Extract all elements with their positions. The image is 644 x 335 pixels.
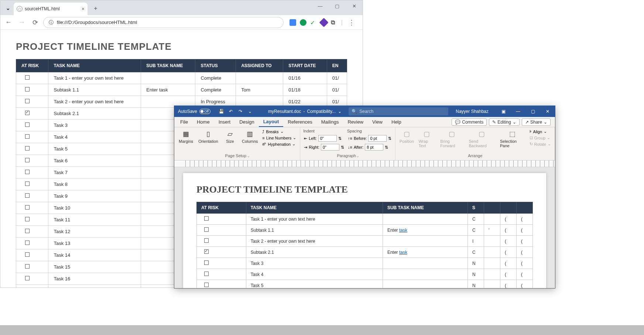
checkbox[interactable] [204, 249, 209, 254]
column-header: SUB TASK NAME [383, 202, 467, 214]
menu-icon[interactable]: ⋮ [346, 17, 357, 28]
tab-design[interactable]: Design [235, 117, 258, 127]
checkbox[interactable] [25, 75, 30, 80]
tab-layout[interactable]: Layout [259, 117, 284, 127]
task-cell: Task 3 [48, 120, 141, 131]
checkbox[interactable] [25, 99, 30, 103]
checkbox[interactable] [25, 122, 30, 127]
tab-file[interactable]: File [176, 117, 192, 127]
margins-button[interactable]: ▦Margins [177, 129, 195, 144]
checkbox[interactable] [25, 229, 30, 233]
customize-icon[interactable]: ⌄ [246, 107, 254, 115]
checkbox[interactable] [25, 134, 30, 139]
ruler[interactable] [174, 160, 555, 167]
indent-left[interactable]: ⇤ Left: ⇅ [303, 135, 345, 142]
checkbox[interactable] [25, 87, 30, 91]
search-box[interactable]: 🔍 Search [349, 107, 448, 115]
indent-right[interactable]: ⇥ Right: ⇅ [303, 144, 345, 151]
share-button[interactable]: ↗ Share ⌄ [522, 118, 551, 126]
align-button[interactable]: ⊧ Align ⌄ [529, 129, 552, 134]
size-button[interactable]: ▱Size [222, 129, 238, 144]
minimize-button[interactable]: — [312, 0, 329, 11]
browser-tab[interactable]: ◌ sourceHTML.html × [14, 3, 88, 15]
close-button[interactable]: ✕ [346, 0, 363, 11]
checkbox[interactable] [204, 272, 209, 276]
extension-icon[interactable] [300, 19, 306, 26]
checkbox[interactable] [25, 193, 30, 198]
columns-button[interactable]: ▥Columns [240, 129, 259, 144]
hyphenation-button[interactable]: aᵇ Hyphenation ⌄ [261, 141, 297, 147]
tab-search-icon[interactable]: ⌄ [3, 3, 12, 12]
checkbox[interactable] [25, 205, 30, 210]
tab-review[interactable]: Review [343, 117, 368, 127]
checkbox[interactable] [204, 238, 209, 243]
task-cell: Task 2 - enter your own text here [246, 236, 383, 247]
reload-button[interactable]: ⟳ [30, 17, 40, 28]
tab-view[interactable]: View [368, 117, 387, 127]
spacing-before[interactable]: ↑≡ Before: ⇅ [347, 135, 392, 142]
address-bar[interactable]: ⓘ file:///D:/Groupdocs/sourceHTML.html [43, 17, 284, 28]
document-page: PROJECT TIMELINE TEMPLATE AT RISKTASK NA… [183, 173, 546, 288]
window-controls: ▣ — ▢ ✕ [496, 106, 555, 117]
line-numbers-button[interactable]: ≡ Line Numbers ⌄ [261, 135, 297, 141]
save-icon[interactable]: 💾 [217, 107, 225, 115]
column-header: SUB TASK NAME [141, 59, 195, 72]
undo-icon[interactable]: ↶ [227, 107, 235, 115]
new-tab-button[interactable]: + [90, 3, 101, 14]
checkbox[interactable] [25, 158, 30, 162]
checkbox[interactable] [25, 146, 30, 151]
status-cell: Complete [195, 72, 236, 84]
ribbon-tabs: FileHomeInsertDesignLayoutReferencesMail… [174, 117, 555, 127]
comments-button[interactable]: 💬 Comments [452, 118, 487, 126]
cell [484, 280, 500, 289]
checkbox[interactable] [25, 252, 30, 257]
forward-button[interactable]: → [17, 17, 27, 28]
checkbox[interactable] [25, 170, 30, 174]
extensions-icon[interactable]: ⧉ [331, 19, 338, 26]
checkbox[interactable] [25, 241, 30, 245]
editing-button[interactable]: ✎ Editing ⌄ [489, 118, 520, 126]
extension-icon[interactable] [319, 18, 328, 27]
word-window: AutoSave Off 💾 ↶ ↷ ⌄ myResultant.doc - C… [174, 106, 555, 289]
tab-references[interactable]: References [283, 117, 316, 127]
checkbox[interactable] [204, 260, 209, 265]
tab-help[interactable]: Help [387, 117, 406, 127]
close-icon[interactable]: × [82, 6, 85, 12]
selection-pane-button[interactable]: ⬚Selection Pane [499, 129, 527, 149]
checkbox[interactable] [204, 227, 209, 232]
column-header: START DATE [283, 59, 327, 72]
checkbox[interactable] [25, 264, 30, 269]
orientation-button[interactable]: ▯Orientation [197, 129, 220, 144]
extension-icon[interactable] [290, 19, 296, 26]
tab-insert[interactable]: Insert [214, 117, 235, 127]
maximize-button[interactable]: ▢ [525, 106, 540, 117]
document-area[interactable]: PROJECT TIMELINE TEMPLATE AT RISKTASK NA… [174, 167, 555, 288]
maximize-button[interactable]: ▢ [329, 0, 346, 11]
tab-home[interactable]: Home [192, 117, 214, 127]
minimize-button[interactable]: — [511, 106, 525, 117]
extension-icons: ✓ ⧉ | ⋮ [287, 17, 360, 28]
chevron-down-icon[interactable]: ⌄ [338, 109, 342, 114]
browser-titlebar: ⌄ ◌ sourceHTML.html × + — ▢ ✕ [0, 0, 363, 15]
extension-icon[interactable]: ✓ [310, 19, 317, 26]
back-button[interactable]: ← [3, 17, 14, 28]
breaks-button[interactable]: ⤴ Breaks ⌄ [261, 129, 297, 134]
redo-icon[interactable]: ↷ [236, 107, 244, 115]
close-button[interactable]: ✕ [540, 106, 555, 117]
autosave-toggle[interactable]: AutoSave Off [174, 109, 214, 114]
spacing-after[interactable]: ↓≡ After: ⇅ [347, 144, 392, 151]
checkbox[interactable] [204, 216, 209, 221]
cell: ( [517, 247, 533, 258]
checkbox[interactable] [25, 111, 30, 115]
checkbox[interactable] [25, 182, 30, 186]
cell: ( [500, 258, 517, 269]
checkbox[interactable] [204, 283, 209, 287]
subtask-cell [383, 214, 467, 225]
tab-mailings[interactable]: Mailings [317, 117, 343, 127]
checkbox[interactable] [25, 276, 30, 280]
user-name[interactable]: Nayyer Shahbaz [448, 109, 496, 114]
task-cell: Subtask 2.1 [48, 108, 141, 120]
subtask-cell [383, 280, 467, 289]
checkbox[interactable] [25, 217, 30, 221]
ribbon-display-icon[interactable]: ▣ [496, 106, 511, 117]
